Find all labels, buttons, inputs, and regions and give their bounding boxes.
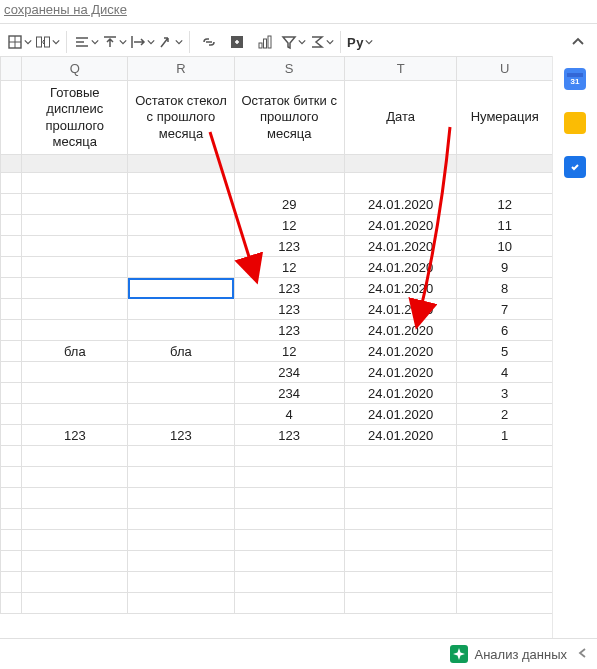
cell[interactable] [234,467,344,488]
collapse-toolbar-button[interactable] [565,29,591,55]
cell[interactable]: 12 [234,341,344,362]
cell[interactable] [128,320,234,341]
col-header-Q[interactable]: Q [22,57,128,81]
cell[interactable]: 11 [457,215,553,236]
cell[interactable]: 24.01.2020 [344,257,457,278]
saved-link[interactable]: сохранены на Диске [0,0,597,23]
cell[interactable]: 12 [234,215,344,236]
calendar-icon[interactable]: 31 [564,68,586,90]
row-stub[interactable] [1,320,22,341]
cell[interactable]: 123 [22,425,128,446]
cell[interactable]: 24.01.2020 [344,278,457,299]
cell[interactable] [344,173,457,194]
cell[interactable] [22,509,128,530]
cell[interactable] [128,488,234,509]
cell[interactable] [22,404,128,425]
cell[interactable] [22,215,128,236]
header-T[interactable]: Дата [344,81,457,155]
cell[interactable]: 234 [234,362,344,383]
corner-cell[interactable] [1,57,22,81]
cell[interactable] [128,236,234,257]
cell[interactable] [344,467,457,488]
cell[interactable]: 6 [457,320,553,341]
cell[interactable] [344,593,457,614]
cell[interactable]: 7 [457,299,553,320]
spreadsheet-grid[interactable]: Q R S T U Готовые дисплеис прошлого меся… [0,56,553,639]
cell[interactable]: 123 [234,425,344,446]
cell[interactable] [234,593,344,614]
cell[interactable]: бла [22,341,128,362]
cell[interactable] [22,572,128,593]
row-stub[interactable] [1,383,22,404]
header-R[interactable]: Остаток стекол с прошлого месяца [128,81,234,155]
cell[interactable]: 24.01.2020 [344,194,457,215]
comment-button[interactable] [224,29,250,55]
cell[interactable] [1,467,22,488]
cell[interactable]: 123 [234,278,344,299]
cell[interactable]: 4 [457,362,553,383]
cell[interactable] [128,257,234,278]
cell[interactable]: 24.01.2020 [344,236,457,257]
cell[interactable] [22,278,128,299]
cell[interactable]: 123 [234,320,344,341]
cell[interactable]: 123 [128,425,234,446]
cell[interactable]: 10 [457,236,553,257]
cell[interactable] [22,446,128,467]
cell[interactable]: 1 [457,425,553,446]
valign-button[interactable] [101,29,127,55]
cell[interactable] [128,173,234,194]
cell[interactable] [344,509,457,530]
cell[interactable] [22,320,128,341]
cell[interactable]: 24.01.2020 [344,320,457,341]
cell[interactable]: 3 [457,383,553,404]
cell[interactable] [128,509,234,530]
filter-button[interactable] [280,29,306,55]
cell[interactable] [22,530,128,551]
cell[interactable] [128,215,234,236]
cell[interactable]: 234 [234,383,344,404]
cell[interactable] [1,551,22,572]
cell[interactable] [344,572,457,593]
cell[interactable] [22,236,128,257]
row-stub[interactable] [1,341,22,362]
tasks-icon[interactable] [564,156,586,178]
cell[interactable]: 123 [234,236,344,257]
row-stub[interactable] [1,194,22,215]
cell[interactable] [457,467,553,488]
row-stub[interactable] [1,362,22,383]
cell[interactable]: 24.01.2020 [344,215,457,236]
cell[interactable]: 12 [234,257,344,278]
cell[interactable]: 12 [457,194,553,215]
header-Q[interactable]: Готовые дисплеис прошлого месяца [22,81,128,155]
halign-button[interactable] [73,29,99,55]
link-button[interactable] [196,29,222,55]
cell[interactable] [1,593,22,614]
cell[interactable] [128,362,234,383]
row-stub[interactable] [1,173,22,194]
cell[interactable] [234,551,344,572]
cell[interactable] [128,530,234,551]
cell[interactable] [344,530,457,551]
col-header-R[interactable]: R [128,57,234,81]
cell[interactable] [234,446,344,467]
cell[interactable] [1,488,22,509]
side-panel-toggle[interactable] [577,647,589,662]
row-stub[interactable] [1,404,22,425]
cell[interactable] [22,173,128,194]
cell[interactable]: 24.01.2020 [344,341,457,362]
col-header-T[interactable]: T [344,57,457,81]
cell[interactable] [22,194,128,215]
col-header-U[interactable]: U [457,57,553,81]
cell[interactable] [22,467,128,488]
cell[interactable] [128,383,234,404]
cell[interactable] [344,446,457,467]
cell[interactable]: 24.01.2020 [344,425,457,446]
cell[interactable] [22,299,128,320]
cell[interactable] [234,488,344,509]
merge-button[interactable] [34,29,60,55]
col-header-S[interactable]: S [234,57,344,81]
row-stub[interactable] [1,425,22,446]
addon-py-button[interactable]: Py [347,29,373,55]
cell[interactable]: 29 [234,194,344,215]
cell[interactable]: 5 [457,341,553,362]
